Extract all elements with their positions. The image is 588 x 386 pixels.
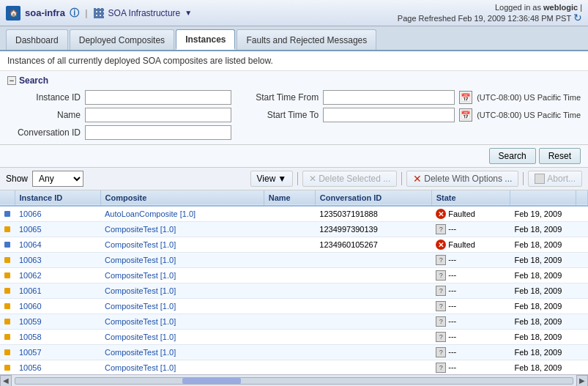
composite-link[interactable]: CompositeTest [1.0] — [105, 348, 176, 357]
row-conversation-id — [315, 345, 431, 360]
info-icon[interactable]: ⓘ — [70, 7, 79, 20]
composite-link[interactable]: CompositeTest [1.0] — [105, 363, 176, 372]
instance-id-link[interactable]: 10059 — [19, 317, 42, 326]
row-date: Feb 18, 2009 — [510, 222, 576, 237]
row-instance-id[interactable]: 10062 — [15, 268, 100, 283]
instance-id-link[interactable]: 10057 — [19, 348, 42, 357]
row-composite[interactable]: AutoLoanComposite [1.0] — [100, 206, 264, 222]
search-section: − Search Instance ID Name Conversation I… — [0, 71, 588, 145]
row-composite[interactable]: CompositeTest [1.0] — [100, 360, 264, 375]
delete-selected-button[interactable]: ✕ Delete Selected ... — [302, 171, 397, 187]
abort-button[interactable]: Abort... — [528, 171, 582, 187]
row-indicator-icon — [4, 288, 10, 294]
row-instance-id[interactable]: 10060 — [15, 299, 100, 314]
show-select[interactable]: Any Running Faulted Completed Suspended — [32, 171, 83, 187]
table-row: 10060CompositeTest [1.0]? ---Feb 18, 200… — [0, 299, 588, 314]
tab-faults[interactable]: Faults and Rejected Messages — [237, 29, 376, 50]
scroll-track[interactable] — [15, 377, 573, 385]
row-instance-id[interactable]: 10057 — [15, 345, 100, 360]
instance-id-link[interactable]: 10060 — [19, 302, 42, 311]
refresh-icon[interactable]: ↻ — [573, 12, 582, 23]
instances-table-container[interactable]: Instance ID Composite Name Conversation … — [0, 190, 588, 374]
row-indicator-cell — [0, 314, 15, 330]
row-indicator-icon — [4, 319, 10, 324]
delete-selected-icon: ✕ — [309, 174, 316, 184]
row-composite[interactable]: CompositeTest [1.0] — [100, 268, 264, 283]
row-instance-id[interactable]: 10063 — [15, 253, 100, 268]
row-date: Feb 18, 2009 — [510, 360, 576, 375]
tab-deployed-composites[interactable]: Deployed Composites — [70, 29, 174, 50]
row-composite[interactable]: CompositeTest [1.0] — [100, 314, 264, 330]
composite-link[interactable]: AutoLoanComposite [1.0] — [105, 209, 196, 218]
table-row: 10064CompositeTest [1.0]1234960105267✕Fa… — [0, 237, 588, 253]
composite-link[interactable]: CompositeTest [1.0] — [105, 302, 176, 311]
row-composite[interactable]: CompositeTest [1.0] — [100, 345, 264, 360]
row-instance-id[interactable]: 10058 — [15, 330, 100, 345]
header-left: 🏠 soa-infra ⓘ | SOA Infrastructure ▼ — [6, 6, 192, 21]
row-composite[interactable]: CompositeTest [1.0] — [100, 299, 264, 314]
instance-id-link[interactable]: 10058 — [19, 333, 42, 341]
row-instance-id[interactable]: 10061 — [15, 283, 100, 299]
scroll-left-arrow[interactable]: ◀ — [0, 375, 12, 387]
instance-id-link[interactable]: 10062 — [19, 271, 42, 280]
name-input[interactable] — [85, 108, 231, 122]
col-header-composite[interactable]: Composite — [100, 190, 264, 206]
scroll-thumb[interactable] — [182, 378, 241, 384]
row-state: ? --- — [431, 345, 510, 360]
search-toggle[interactable]: − Search — [7, 75, 581, 86]
instance-id-link[interactable]: 10063 — [19, 256, 42, 264]
col-header-state[interactable]: State — [431, 190, 510, 206]
app-name: soa-infra — [25, 7, 65, 18]
tab-dashboard[interactable]: Dashboard — [6, 29, 68, 50]
scroll-right-arrow[interactable]: ▶ — [576, 375, 588, 387]
col-header-conversation-id[interactable]: Conversation ID — [315, 190, 431, 206]
composite-link[interactable]: CompositeTest [1.0] — [105, 240, 176, 249]
composite-link[interactable]: CompositeTest [1.0] — [105, 286, 176, 295]
name-row: Name — [7, 108, 245, 122]
delete-with-options-button[interactable]: ✕ Delete With Options ... — [406, 171, 518, 187]
reset-button[interactable]: Reset — [539, 148, 581, 164]
row-instance-id[interactable]: 10064 — [15, 237, 100, 253]
row-conversation-id — [315, 360, 431, 375]
row-composite[interactable]: CompositeTest [1.0] — [100, 253, 264, 268]
row-composite[interactable]: CompositeTest [1.0] — [100, 283, 264, 299]
composite-link[interactable]: CompositeTest [1.0] — [105, 256, 176, 264]
row-instance-id[interactable]: 10056 — [15, 360, 100, 375]
calendar-to-icon[interactable]: 📅 — [459, 108, 472, 122]
composite-link[interactable]: CompositeTest [1.0] — [105, 225, 176, 234]
row-instance-id[interactable]: 10065 — [15, 222, 100, 237]
instance-id-link[interactable]: 10066 — [19, 209, 42, 218]
subheader-label: SOA Infrastructure — [108, 8, 181, 18]
instance-id-input[interactable] — [85, 90, 231, 105]
view-button[interactable]: View ▼ — [250, 171, 294, 187]
composite-link[interactable]: CompositeTest [1.0] — [105, 317, 176, 326]
state-label: --- — [446, 332, 456, 341]
dropdown-arrow-icon[interactable]: ▼ — [185, 9, 192, 17]
instance-id-link[interactable]: 10064 — [19, 240, 42, 249]
row-indicator-cell — [0, 345, 15, 360]
row-instance-id[interactable]: 10066 — [15, 206, 100, 222]
instance-id-link[interactable]: 10056 — [19, 363, 42, 372]
search-button[interactable]: Search — [489, 148, 536, 164]
row-composite[interactable]: CompositeTest [1.0] — [100, 237, 264, 253]
start-time-to-input[interactable] — [323, 108, 455, 122]
row-composite[interactable]: CompositeTest [1.0] — [100, 330, 264, 345]
row-date: Feb 18, 2009 — [510, 253, 576, 268]
col-header-name[interactable]: Name — [264, 190, 315, 206]
start-time-from-input[interactable] — [323, 90, 455, 105]
instance-id-link[interactable]: 10061 — [19, 286, 42, 295]
horizontal-scrollbar[interactable]: ◀ ▶ — [0, 374, 588, 386]
row-indicator-cell — [0, 299, 15, 314]
instance-id-link[interactable]: 10065 — [19, 225, 42, 234]
row-conversation-id — [315, 253, 431, 268]
row-indicator-icon — [4, 334, 10, 340]
conversation-id-input[interactable] — [85, 125, 231, 140]
row-composite[interactable]: CompositeTest [1.0] — [100, 222, 264, 237]
composite-link[interactable]: CompositeTest [1.0] — [105, 271, 176, 280]
row-instance-id[interactable]: 10059 — [15, 314, 100, 330]
col-header-instance-id[interactable]: Instance ID — [15, 190, 100, 206]
composite-link[interactable]: CompositeTest [1.0] — [105, 333, 176, 341]
tab-instances[interactable]: Instances — [176, 29, 235, 50]
name-label: Name — [7, 110, 81, 120]
calendar-from-icon[interactable]: 📅 — [459, 91, 472, 104]
